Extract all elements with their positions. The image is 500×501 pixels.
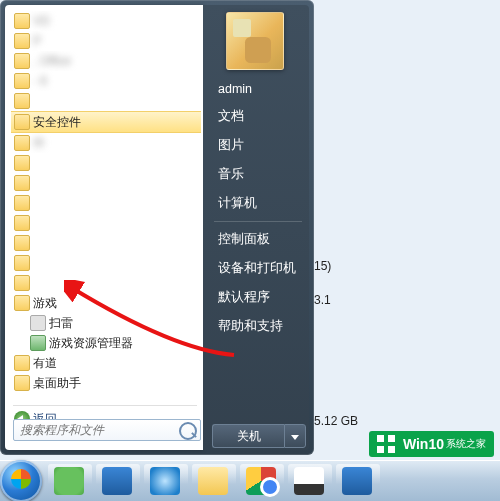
taskbar: [0, 460, 500, 501]
folder-icon: [14, 155, 30, 171]
program-item[interactable]: [11, 233, 201, 253]
chrome-icon: [246, 467, 276, 495]
program-item-label: 有道: [33, 356, 57, 370]
folder-icon: [14, 53, 30, 69]
program-item[interactable]: [11, 173, 201, 193]
folder-icon: [14, 175, 30, 191]
program-item-label: 安全控件: [33, 115, 81, 129]
program-item[interactable]: 游戏: [11, 293, 201, 313]
shutdown-button[interactable]: 关机: [212, 424, 284, 448]
right-item-help[interactable]: 帮助和支持: [212, 312, 304, 341]
program-item-label: P: [33, 34, 41, 48]
right-item-devices[interactable]: 设备和打印机: [212, 254, 304, 283]
program-item[interactable]: [11, 153, 201, 173]
program-item-label: 游戏资源管理器: [49, 336, 133, 350]
program-item[interactable]: [11, 213, 201, 233]
program-item-label: 扫雷: [49, 316, 73, 330]
taskbar-wechat[interactable]: [48, 464, 92, 498]
shutdown-menu-arrow[interactable]: [284, 424, 306, 448]
ie-icon: [150, 467, 180, 495]
right-item-pictures[interactable]: 图片: [212, 131, 304, 160]
app-icon: [102, 467, 132, 495]
geman-icon: [30, 335, 46, 351]
right-item-defaultprograms[interactable]: 默认程序: [212, 283, 304, 312]
folder-icon: [14, 135, 30, 151]
folder-icon: [14, 73, 30, 89]
watermark-logo-icon: [375, 433, 397, 455]
folder-icon: [14, 235, 30, 251]
folder-icon: [14, 33, 30, 49]
program-item[interactable]: , Office: [11, 51, 201, 71]
folder-icon: [14, 13, 30, 29]
right-item-controlpanel[interactable]: 控制面板: [212, 225, 304, 254]
wechat-icon: [54, 467, 84, 495]
program-item[interactable]: [11, 193, 201, 213]
taskbar-chrome[interactable]: [240, 464, 284, 498]
program-item-label: VD: [33, 14, 50, 28]
program-item-label: 游戏: [33, 296, 57, 310]
folder-icon: [14, 275, 30, 291]
program-item[interactable]: 扫雷: [11, 313, 201, 333]
taskbar-other[interactable]: [96, 464, 140, 498]
right-items: admin 文档 图片 音乐 计算机 控制面板 设备和打印机 默认程序 帮助和支…: [212, 76, 304, 341]
right-item-documents[interactable]: 文档: [212, 102, 304, 131]
folder-icon: [14, 295, 30, 311]
start-menu: VDP, Office- 6安全控件件游戏扫雷游戏资源管理器有道桌面助手 返回 …: [0, 0, 314, 455]
folder-icon: [14, 195, 30, 211]
right-item-computer[interactable]: 计算机: [212, 189, 304, 218]
all-programs-list[interactable]: VDP, Office- 6安全控件件游戏扫雷游戏资源管理器有道桌面助手: [11, 11, 201, 401]
bg-file-row: 5.12 GB: [310, 414, 480, 432]
search-row: [13, 419, 201, 443]
program-item-label: , Office: [33, 54, 71, 68]
folder-icon: [14, 114, 30, 130]
folder-icon: [14, 355, 30, 371]
program-item[interactable]: - 6: [11, 71, 201, 91]
shutdown-split-button: 关机: [212, 424, 306, 448]
program-item-label: 桌面助手: [33, 376, 81, 390]
start-left-pane: VDP, Office- 6安全控件件游戏扫雷游戏资源管理器有道桌面助手 返回: [5, 5, 203, 450]
folder-icon: [14, 93, 30, 109]
start-orb[interactable]: [0, 460, 42, 501]
watermark-brand: Win10: [403, 436, 444, 452]
watermark: Win10 系统之家: [369, 431, 494, 457]
program-item[interactable]: 游戏资源管理器: [11, 333, 201, 353]
taskbar-ie[interactable]: [144, 464, 188, 498]
program-item[interactable]: 桌面助手: [11, 373, 201, 393]
program-item-label: - 6: [33, 74, 47, 88]
program-item[interactable]: P: [11, 31, 201, 51]
taskbar-app[interactable]: [336, 464, 380, 498]
bg-file-row: 3.1: [310, 293, 480, 311]
right-item-music[interactable]: 音乐: [212, 160, 304, 189]
app-icon: [342, 467, 372, 495]
folder-icon: [14, 375, 30, 391]
user-avatar[interactable]: [226, 12, 284, 70]
taskbar-qq[interactable]: [288, 464, 332, 498]
program-item[interactable]: 件: [11, 133, 201, 153]
program-item[interactable]: 安全控件: [11, 111, 201, 133]
program-item[interactable]: [11, 273, 201, 293]
program-item[interactable]: [11, 91, 201, 111]
program-item-label: 件: [33, 136, 45, 150]
bg-file-row: 15): [310, 259, 480, 277]
program-item[interactable]: VD: [11, 11, 201, 31]
folder-icon: [198, 467, 228, 495]
search-input[interactable]: [13, 419, 201, 441]
program-item[interactable]: 有道: [11, 353, 201, 373]
qq-icon: [294, 467, 324, 495]
separator: [214, 221, 302, 222]
separator: [13, 405, 197, 406]
program-item[interactable]: [11, 253, 201, 273]
right-item-username[interactable]: admin: [212, 76, 304, 102]
folder-icon: [14, 255, 30, 271]
search-icon: [179, 422, 197, 440]
scan-icon: [30, 315, 46, 331]
folder-icon: [14, 215, 30, 231]
taskbar-folder[interactable]: [192, 464, 236, 498]
watermark-site: 系统之家: [446, 437, 486, 451]
